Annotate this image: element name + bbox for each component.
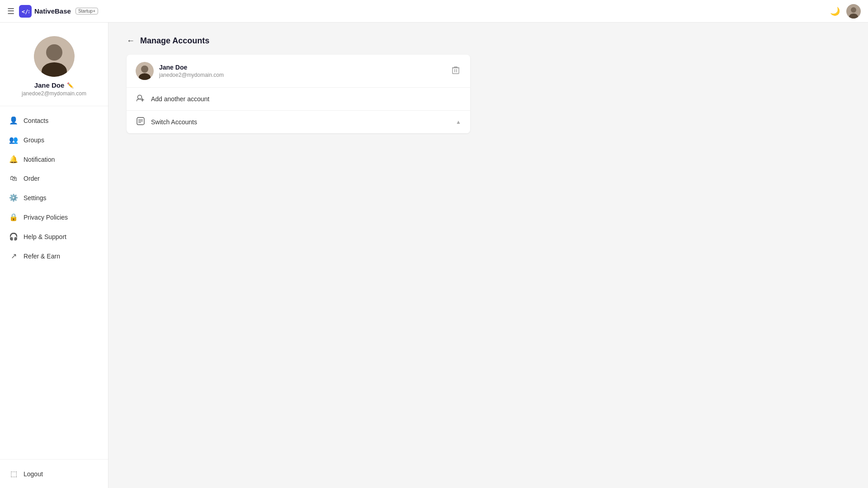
brand-name: NativeBase (34, 7, 71, 15)
topnav: ☰ </> NativeBase Startup+ 🌙 (0, 0, 868, 23)
logo-icon: </> (19, 5, 32, 18)
switch-accounts-chevron: ▲ (456, 119, 461, 125)
refer-icon: ↗ (9, 252, 18, 260)
topnav-left: ☰ </> NativeBase Startup+ (7, 5, 98, 18)
add-account-icon (136, 94, 146, 104)
account-email: janedoe2@mydomain.com (159, 72, 450, 78)
notification-icon: 🔔 (9, 155, 18, 164)
sidebar-label-order: Order (24, 175, 40, 182)
profile-name: Jane Doe ✏️ (34, 81, 74, 89)
page-header: ← Manage Accounts (127, 36, 850, 46)
switch-accounts-row[interactable]: Switch Accounts ▲ (127, 111, 470, 133)
sidebar-label-logout: Logout (24, 470, 43, 478)
accounts-card: Jane Doe janedoe2@mydomain.com (127, 55, 470, 133)
logo-container: </> NativeBase Startup+ (19, 5, 98, 18)
add-account-row[interactable]: Add another account (127, 88, 470, 111)
sidebar-avatar (34, 36, 75, 77)
sidebar-label-contacts: Contacts (24, 117, 48, 124)
svg-point-8 (141, 66, 148, 73)
switch-accounts-icon (136, 117, 146, 127)
svg-rect-10 (453, 68, 459, 74)
back-button[interactable]: ← (127, 36, 135, 46)
account-name: Jane Doe (159, 64, 450, 71)
sidebar-label-notification: Notification (24, 156, 55, 163)
svg-point-2 (851, 7, 856, 13)
sidebar-item-order[interactable]: 🛍 Order (0, 169, 108, 188)
sidebar-item-groups[interactable]: 👥 Groups (0, 130, 108, 150)
sidebar-item-refer[interactable]: ↗ Refer & Earn (0, 246, 108, 266)
sidebar: Jane Doe ✏️ janedoe2@mydomain.com 👤 Cont… (0, 23, 108, 488)
sidebar-label-privacy: Privacy Policies (24, 214, 68, 221)
groups-icon: 👥 (9, 136, 18, 144)
edit-name-icon[interactable]: ✏️ (67, 82, 74, 89)
page-title: Manage Accounts (140, 36, 209, 46)
sidebar-item-privacy[interactable]: 🔒 Privacy Policies (0, 207, 108, 227)
account-info: Jane Doe janedoe2@mydomain.com (159, 64, 450, 78)
delete-account-button[interactable] (450, 64, 461, 78)
app-body: Jane Doe ✏️ janedoe2@mydomain.com 👤 Cont… (0, 23, 868, 488)
sidebar-label-groups: Groups (24, 136, 44, 144)
account-avatar (136, 62, 154, 80)
switch-accounts-label: Switch Accounts (151, 118, 450, 126)
main-content: ← Manage Accounts Jane Doe janedoe2@mydo… (108, 23, 868, 488)
sidebar-item-notification[interactable]: 🔔 Notification (0, 150, 108, 169)
svg-point-5 (46, 44, 62, 61)
nav-menu: 👤 Contacts 👥 Groups 🔔 Notification 🛍 Ord… (0, 106, 108, 459)
svg-point-14 (138, 95, 142, 99)
profile-email: janedoe2@mydomain.com (22, 90, 86, 97)
sidebar-label-help: Help & Support (24, 233, 66, 240)
profile-section: Jane Doe ✏️ janedoe2@mydomain.com (0, 32, 108, 106)
sidebar-item-logout[interactable]: ⬚ Logout (0, 464, 108, 483)
svg-text:</>: </> (22, 9, 29, 15)
sidebar-item-help[interactable]: 🎧 Help & Support (0, 227, 108, 246)
hamburger-icon[interactable]: ☰ (7, 6, 14, 16)
startup-badge: Startup+ (75, 8, 98, 14)
sidebar-item-settings[interactable]: ⚙️ Settings (0, 188, 108, 207)
privacy-icon: 🔒 (9, 213, 18, 221)
sidebar-label-refer: Refer & Earn (24, 253, 60, 260)
contacts-icon: 👤 (9, 116, 18, 125)
add-account-label: Add another account (151, 95, 461, 103)
account-row: Jane Doe janedoe2@mydomain.com (127, 55, 470, 88)
topnav-right: 🌙 (830, 4, 861, 19)
sidebar-bottom: ⬚ Logout (0, 459, 108, 488)
settings-icon: ⚙️ (9, 193, 18, 202)
user-avatar-top[interactable] (846, 4, 861, 19)
logout-icon: ⬚ (9, 469, 18, 478)
help-icon: 🎧 (9, 232, 18, 241)
sidebar-item-contacts[interactable]: 👤 Contacts (0, 111, 108, 130)
sidebar-label-settings: Settings (24, 194, 47, 202)
order-icon: 🛍 (9, 174, 18, 183)
dark-mode-icon[interactable]: 🌙 (830, 6, 840, 16)
